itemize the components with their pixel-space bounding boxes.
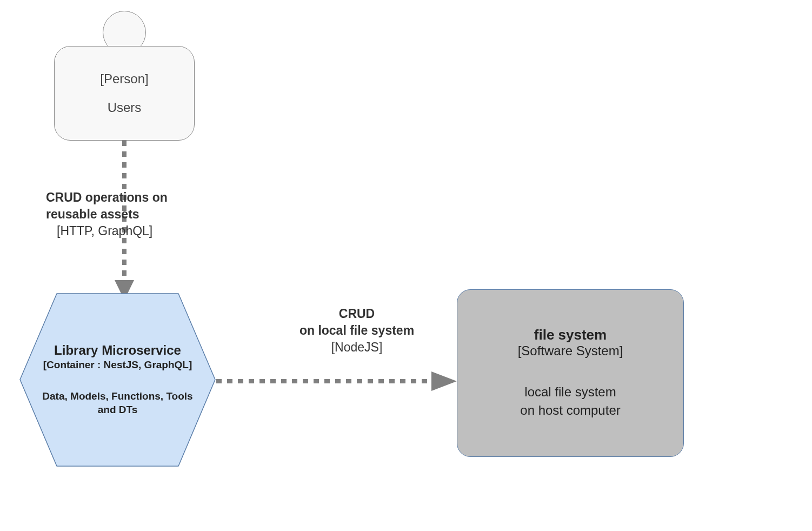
person-actor: [Person] Users	[54, 46, 195, 141]
filesystem-title: file system	[534, 327, 607, 343]
library-subtitle: [Container : NestJS, GraphQL]	[43, 359, 192, 371]
edge2-line2: on local file system	[273, 322, 441, 339]
filesystem-node: file system [Software System] local file…	[457, 289, 684, 457]
library-microservice-node: Library Microservice [Container : NestJS…	[16, 289, 219, 470]
person-stereotype: [Person]	[100, 71, 148, 87]
edge1-line1: CRUD operations on	[46, 189, 208, 206]
library-title: Library Microservice	[54, 343, 181, 358]
filesystem-desc-1: local file system	[524, 383, 616, 401]
edge-label-library-to-filesystem: CRUD on local file system [NodeJS]	[273, 306, 441, 356]
edge1-line2: reusable assets	[46, 206, 208, 223]
svg-marker-4	[431, 371, 457, 391]
edge-label-user-to-library: CRUD operations on reusable assets [HTTP…	[46, 189, 208, 240]
library-description: Data, Models, Functions, Tools and DTs	[38, 390, 197, 416]
edge2-tech: [NodeJS]	[273, 339, 441, 356]
library-content: Library Microservice [Container : NestJS…	[16, 289, 219, 470]
edge1-tech: [HTTP, GraphQL]	[57, 223, 208, 240]
arrow-library-to-filesystem	[216, 365, 460, 397]
person-name: Users	[108, 100, 142, 115]
filesystem-desc-2: on host computer	[520, 401, 620, 420]
filesystem-subtitle: [Software System]	[518, 343, 623, 359]
edge2-line1: CRUD	[273, 306, 441, 322]
architecture-diagram: [Person] Users CRUD operations on reusab…	[0, 0, 812, 531]
